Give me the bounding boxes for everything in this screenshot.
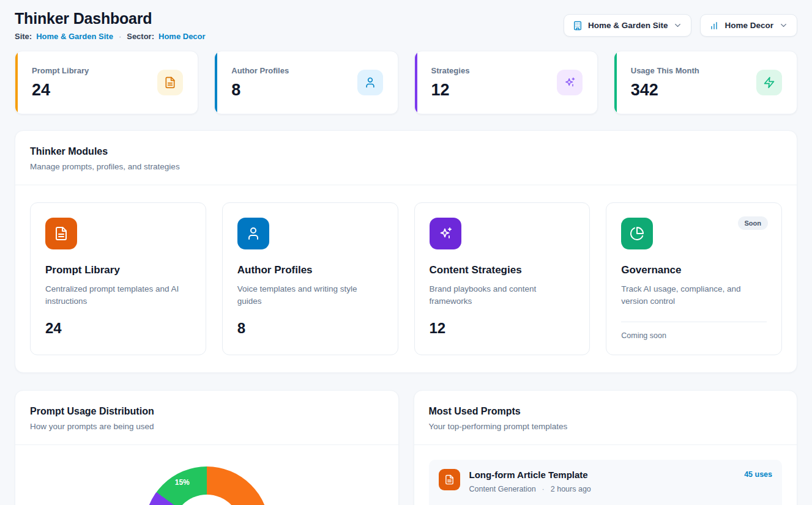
file-text-icon bbox=[439, 469, 460, 490]
file-text-icon bbox=[45, 218, 77, 249]
donut-segment-label: 15% bbox=[175, 478, 190, 487]
file-text-icon bbox=[157, 70, 183, 95]
module-description: Track AI usage, compliance, and version … bbox=[621, 283, 765, 308]
usage-donut-chart: 15% bbox=[15, 445, 398, 505]
usage-donut: 15% bbox=[144, 466, 269, 505]
module-title: Governance bbox=[621, 264, 767, 276]
stat-text: Prompt Library 24 bbox=[32, 66, 89, 100]
module-count: 24 bbox=[45, 320, 191, 337]
usage-header: Prompt Usage Distribution How your promp… bbox=[15, 391, 398, 445]
zap-icon bbox=[756, 70, 782, 95]
most-used-header: Most Used Prompts Your top-performing pr… bbox=[414, 391, 797, 445]
stat-value: 8 bbox=[231, 81, 289, 100]
section-subtitle: Manage prompts, profiles, and strategies bbox=[30, 162, 782, 171]
chevron-down-icon bbox=[673, 21, 682, 30]
sector-link[interactable]: Home Decor bbox=[158, 32, 206, 41]
stat-value: 342 bbox=[631, 81, 699, 100]
separator-dot: · bbox=[117, 32, 122, 41]
coming-soon-text: Coming soon bbox=[621, 331, 767, 340]
module-title: Content Strategies bbox=[430, 264, 575, 276]
user-icon bbox=[237, 218, 269, 249]
prompt-list-item[interactable]: Long-form Article Template Content Gener… bbox=[429, 460, 783, 505]
stat-label: Prompt Library bbox=[32, 66, 89, 75]
prompt-meta: Content Generation · 2 hours ago bbox=[469, 485, 736, 493]
sector-selector-button[interactable]: Home Decor bbox=[700, 14, 797, 37]
section-title: Thinker Modules bbox=[30, 146, 782, 157]
stat-card-prompt-library: Prompt Library 24 bbox=[15, 51, 198, 114]
prompt-title: Long-form Article Template bbox=[469, 470, 736, 480]
module-card-governance[interactable]: Soon Governance Track AI usage, complian… bbox=[606, 202, 782, 355]
site-selector-label: Home & Garden Site bbox=[588, 21, 668, 30]
pie-chart-icon bbox=[621, 218, 653, 249]
stats-row: Prompt Library 24 Author Profiles 8 Stra… bbox=[15, 51, 797, 114]
stat-card-usage: Usage This Month 342 bbox=[614, 51, 797, 114]
site-link[interactable]: Home & Garden Site bbox=[36, 32, 113, 41]
stat-card-author-profiles: Author Profiles 8 bbox=[214, 51, 398, 114]
separator-dot: · bbox=[541, 485, 546, 493]
stat-label: Usage This Month bbox=[631, 66, 699, 75]
topbar: Thinker Dashboard Site: Home & Garden Si… bbox=[15, 10, 797, 41]
most-used-panel: Most Used Prompts Your top-performing pr… bbox=[414, 390, 798, 505]
module-card-prompt-library[interactable]: Prompt Library Centralized prompt templa… bbox=[30, 202, 206, 355]
breadcrumb: Site: Home & Garden Site · Sector: Home … bbox=[15, 32, 206, 41]
stat-text: Author Profiles 8 bbox=[231, 66, 289, 100]
module-description: Voice templates and writing style guides bbox=[237, 283, 381, 308]
modules-header: Thinker Modules Manage prompts, profiles… bbox=[15, 131, 797, 185]
site-selector-button[interactable]: Home & Garden Site bbox=[564, 14, 692, 37]
prompt-time: 2 hours ago bbox=[551, 485, 591, 493]
prompt-list: Long-form Article Template Content Gener… bbox=[414, 445, 797, 505]
stat-text: Usage This Month 342 bbox=[631, 66, 699, 100]
uses-badge: 45 uses bbox=[744, 470, 772, 479]
section-subtitle: Your top-performing prompt templates bbox=[429, 422, 783, 431]
bottom-row: Prompt Usage Distribution How your promp… bbox=[15, 390, 797, 505]
stat-card-strategies: Strategies 12 bbox=[414, 51, 598, 114]
user-icon bbox=[357, 70, 383, 95]
module-title: Author Profiles bbox=[237, 264, 383, 276]
sparkles-icon bbox=[557, 70, 583, 95]
stat-label: Author Profiles bbox=[231, 66, 289, 75]
stat-value: 24 bbox=[32, 81, 89, 100]
sparkles-icon bbox=[430, 218, 461, 249]
module-count: 8 bbox=[237, 320, 383, 337]
sector-label: Sector: bbox=[127, 32, 154, 41]
building-icon bbox=[573, 21, 583, 31]
module-description: Brand playbooks and content frameworks bbox=[430, 283, 573, 308]
divider bbox=[621, 322, 767, 322]
modules-grid: Prompt Library Centralized prompt templa… bbox=[15, 185, 797, 372]
module-description: Centralized prompt templates and AI inst… bbox=[45, 283, 189, 308]
page-title: Thinker Dashboard bbox=[15, 10, 206, 27]
thinker-modules-panel: Thinker Modules Manage prompts, profiles… bbox=[15, 130, 797, 373]
soon-badge: Soon bbox=[738, 216, 769, 230]
module-count: 12 bbox=[430, 320, 575, 337]
chevron-down-icon bbox=[779, 21, 788, 30]
module-card-content-strategies[interactable]: Content Strategies Brand playbooks and c… bbox=[414, 202, 590, 355]
sector-selector-label: Home Decor bbox=[724, 21, 773, 30]
prompt-usage-panel: Prompt Usage Distribution How your promp… bbox=[15, 390, 399, 505]
stat-text: Strategies 12 bbox=[431, 66, 470, 100]
site-label: Site: bbox=[15, 32, 32, 41]
stat-value: 12 bbox=[431, 81, 470, 100]
section-title: Most Used Prompts bbox=[429, 406, 783, 417]
module-title: Prompt Library bbox=[45, 264, 191, 276]
section-subtitle: How your prompts are being used bbox=[30, 422, 384, 431]
topbar-left: Thinker Dashboard Site: Home & Garden Si… bbox=[15, 10, 206, 41]
stat-label: Strategies bbox=[431, 66, 470, 75]
module-card-author-profiles[interactable]: Author Profiles Voice templates and writ… bbox=[222, 202, 398, 355]
dashboard-page: Thinker Dashboard Site: Home & Garden Si… bbox=[0, 0, 812, 505]
bar-chart-icon bbox=[709, 21, 719, 31]
section-title: Prompt Usage Distribution bbox=[30, 406, 384, 417]
topbar-actions: Home & Garden Site Home Decor bbox=[564, 14, 797, 37]
prompt-text: Long-form Article Template Content Gener… bbox=[469, 469, 736, 493]
prompt-category: Content Generation bbox=[469, 485, 536, 493]
